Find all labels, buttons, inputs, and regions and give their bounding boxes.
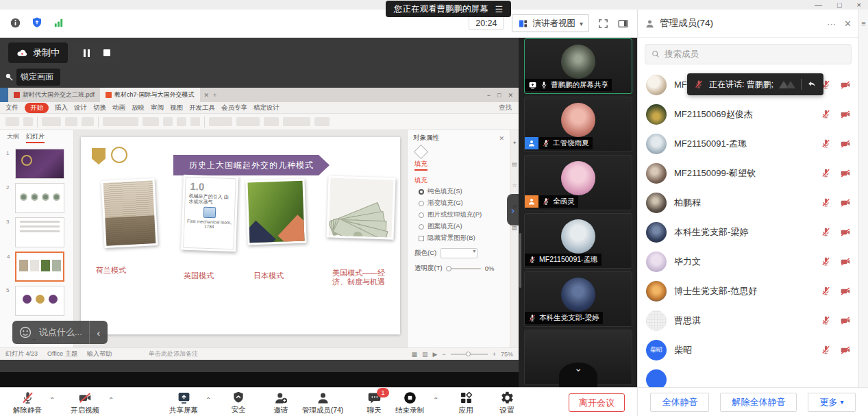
ribbon-button[interactable] <box>264 117 279 126</box>
mic-muted-icon[interactable] <box>821 286 831 296</box>
zoom-in-icon[interactable]: + <box>493 351 496 358</box>
wps-menu-home[interactable]: 开始 <box>25 103 49 113</box>
fill-tab[interactable]: 填充 <box>414 160 427 171</box>
panel-close-icon[interactable]: ✕ <box>844 19 852 29</box>
collapse-chat-icon[interactable]: ‹ <box>89 321 108 344</box>
ribbon-button[interactable] <box>190 117 200 126</box>
fill-option-picture[interactable]: 图片或纹理填充(P) <box>419 210 510 219</box>
fullscreen-icon[interactable] <box>597 18 609 29</box>
unmute-all-button[interactable]: 解除全体静音 <box>720 393 797 412</box>
mic-muted-icon[interactable] <box>821 256 831 267</box>
member-row[interactable]: 曹思淇 <box>638 306 859 335</box>
wps-menu-insert[interactable]: 插入 <box>55 103 68 112</box>
slide-thumbnail-2[interactable]: 2 <box>15 183 64 213</box>
member-row-partial[interactable] <box>638 365 859 387</box>
quick-chat-bubble[interactable]: 说点什么... ‹ <box>12 321 108 344</box>
slide-image-netherlands[interactable] <box>101 178 158 248</box>
ribbon-button[interactable] <box>177 117 186 126</box>
camera-muted-icon[interactable] <box>840 138 851 149</box>
rail-icon-2[interactable]: ▤ <box>512 161 517 167</box>
member-row[interactable]: MF21150069赵俊杰 <box>638 99 859 129</box>
camera-muted-icon[interactable] <box>840 79 851 90</box>
scroll-down-icon[interactable]: ⌄ <box>574 363 582 374</box>
member-row[interactable]: MF21150099-郗望钦 <box>638 158 859 188</box>
settings-button[interactable]: 设置 <box>485 391 529 415</box>
member-row[interactable]: 毕力文 <box>638 247 859 276</box>
side-layout-icon[interactable] <box>617 18 629 29</box>
camera-muted-icon[interactable] <box>840 109 851 120</box>
wps-menu-animation[interactable]: 动画 <box>112 103 125 112</box>
window-maximize-button[interactable]: □ <box>837 0 842 10</box>
mic-muted-icon[interactable] <box>821 227 831 237</box>
mic-muted-icon[interactable] <box>821 345 831 355</box>
wps-menu-design[interactable]: 设计 <box>74 103 87 112</box>
member-search-input[interactable]: 搜索成员 <box>645 44 852 64</box>
pane-tab-slides[interactable]: 幻灯片 <box>26 132 45 143</box>
camera-muted-icon[interactable] <box>840 168 851 179</box>
font-size-select[interactable] <box>142 117 159 126</box>
mute-all-button[interactable]: 全体静音 <box>650 393 709 412</box>
mic-options-chevron[interactable]: ⌃ <box>49 396 55 404</box>
wps-minimize-icon[interactable]: − <box>487 92 491 99</box>
ribbon-button[interactable] <box>82 117 94 126</box>
ribbon-button[interactable] <box>209 117 232 126</box>
wps-close-icon[interactable]: ✕ <box>508 92 513 99</box>
wps-maximize-icon[interactable]: □ <box>497 92 501 99</box>
banner-menu-icon[interactable]: ☰ <box>495 4 504 14</box>
mic-muted-icon[interactable] <box>821 315 831 326</box>
wps-menu-file[interactable]: 文件 <box>5 103 18 112</box>
slide-image-britain-card[interactable]: 1.0 机械生产的引入 由水或水蒸气 First mechanical loom… <box>181 175 238 252</box>
emoji-smiley-icon[interactable] <box>12 326 32 339</box>
ribbon-button[interactable] <box>5 117 19 126</box>
rail-icon-1[interactable]: ✦ <box>512 140 517 146</box>
wps-menu-devtools[interactable]: 开发工具 <box>189 103 215 112</box>
video-tile[interactable]: MF21150091-孟璁 <box>524 213 632 269</box>
slide-thumbnail-5[interactable]: 5 <box>15 286 64 316</box>
fill-option-solid[interactable]: 纯色填充(S) <box>419 187 510 196</box>
ribbon-button[interactable] <box>314 117 330 126</box>
fill-option-gradient[interactable]: 渐变填充(G) <box>419 199 510 208</box>
start-video-button[interactable]: 开启视频 <box>63 391 107 415</box>
record-options-chevron[interactable]: ⌃ <box>433 396 438 404</box>
manage-members-button[interactable]: 管理成员(74) <box>296 391 349 415</box>
member-row[interactable]: 柴昭 柴昭 <box>638 335 859 365</box>
member-row[interactable]: 本科生党支部-梁婷 <box>638 217 859 247</box>
view-mode-button[interactable]: 演讲者视图 ▾ <box>512 14 589 32</box>
meeting-info-icon[interactable] <box>10 17 21 29</box>
security-shield-icon[interactable] <box>31 16 43 29</box>
mic-muted-icon[interactable] <box>821 197 831 208</box>
pane-tab-outline[interactable]: 大纲 <box>7 132 19 143</box>
share-options-chevron[interactable]: ⌃ <box>206 396 211 404</box>
ribbon-button[interactable] <box>23 117 33 126</box>
play-slideshow-icon[interactable]: ▶ <box>433 351 438 358</box>
strip-scrollbar[interactable] <box>519 233 521 288</box>
expand-panel-arrow[interactable]: › <box>507 194 519 225</box>
wps-document-tab-ppt[interactable]: 教材ch7-国际与大国外交模式 <box>100 88 200 102</box>
member-row[interactable]: MF21150091-孟璁 <box>638 129 859 158</box>
leave-meeting-button[interactable]: 离开会议 <box>569 393 625 412</box>
camera-muted-icon[interactable] <box>840 345 851 356</box>
security-button[interactable]: 安全 <box>216 391 260 415</box>
ribbon-button[interactable] <box>65 117 77 126</box>
panel-more-icon[interactable]: ··· <box>827 19 836 29</box>
slide-thumbnail-1[interactable]: 1 <box>15 149 64 179</box>
camera-muted-icon[interactable] <box>840 286 851 297</box>
view-normal-icon[interactable]: ▦ <box>412 351 418 358</box>
video-tile[interactable]: 本科生党支部-梁婷 <box>524 271 632 327</box>
font-name-select[interactable] <box>103 117 138 126</box>
new-tab-icon[interactable]: + <box>213 92 216 99</box>
network-signal-icon[interactable] <box>53 17 64 29</box>
view-sorter-icon[interactable]: ▥ <box>422 351 428 358</box>
end-record-button[interactable]: 结束录制 <box>388 391 432 415</box>
notes-placeholder[interactable]: 单击此处添加备注 <box>149 350 198 358</box>
apps-button[interactable]: 应用 <box>444 391 488 415</box>
watching-banner[interactable]: 您正在观看曹鹏鹏的屏幕 ☰ <box>386 1 511 17</box>
wps-menu-member[interactable]: 会员专享 <box>221 103 247 112</box>
properties-close-icon[interactable]: ✕ <box>499 135 504 142</box>
share-screen-button[interactable]: 共享屏幕 <box>162 391 206 415</box>
wps-document-tab-pdf[interactable]: 新时代大国外交之二班.pdf <box>8 88 100 102</box>
member-row[interactable]: 博士生党支部-范思好 <box>638 276 859 306</box>
mic-muted-icon[interactable] <box>821 138 831 149</box>
chat-input-placeholder[interactable]: 说点什么... <box>32 326 89 339</box>
wps-menu-view[interactable]: 视图 <box>170 103 183 112</box>
